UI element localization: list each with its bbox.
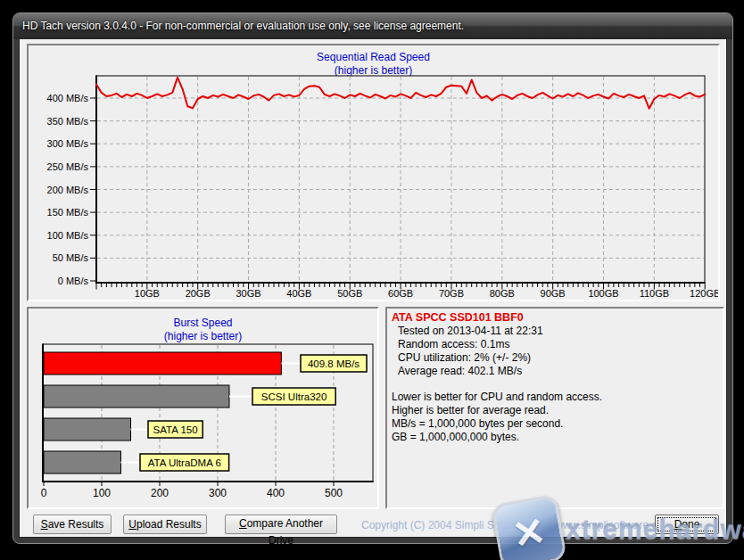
window-titlebar[interactable]: HD Tach version 3.0.4.0 - For non-commer… [13, 13, 732, 39]
svg-text:300 MB/s: 300 MB/s [47, 138, 89, 149]
svg-text:250 MB/s: 250 MB/s [47, 161, 89, 172]
svg-text:SCSI Ultra320: SCSI Ultra320 [261, 391, 327, 402]
svg-text:30GB: 30GB [236, 288, 260, 299]
chart-notes: Lower is better for CPU and random acces… [392, 391, 718, 444]
window-title: HD Tach version 3.0.4.0 - For non-commer… [22, 20, 464, 32]
svg-text:120GB: 120GB [690, 288, 718, 299]
svg-text:ATA UltraDMA 6: ATA UltraDMA 6 [148, 457, 221, 468]
svg-text:60GB: 60GB [388, 288, 413, 299]
svg-text:20GB: 20GB [186, 288, 211, 299]
xtremehardware-logo-icon: ✕ [491, 494, 567, 560]
save-results-button[interactable]: Save Results [33, 515, 112, 534]
text-line: CPU utilization: 2% (+/- 2%) [398, 351, 718, 365]
svg-text:10GB: 10GB [135, 288, 160, 299]
svg-text:200 MB/s: 200 MB/s [47, 185, 89, 195]
svg-text:100 MB/s: 100 MB/s [47, 230, 89, 241]
svg-text:50GB: 50GB [337, 288, 362, 299]
upload-results-button[interactable]: Upload Results [123, 515, 207, 534]
sequential-read-chart: 0 MB/s50 MB/s100 MB/s150 MB/s200 MB/s250… [29, 45, 718, 300]
desktop-background: { "window": { "title": "HD Tach version … [0, 0, 744, 560]
text-line: Lower is better for CPU and random acces… [392, 391, 718, 404]
text-line: GB = 1,000,000,000 bytes. [392, 431, 718, 444]
drive-info-panel: ATA SPCC SSD101 BBF0 Tested on 2013-04-1… [385, 307, 724, 509]
svg-text:350 MB/s: 350 MB/s [47, 116, 89, 127]
svg-text:100: 100 [93, 487, 111, 499]
watermark-text: xtremehardware.com [566, 515, 744, 545]
upload-mnemonic: U [128, 518, 136, 531]
svg-text:110GB: 110GB [640, 288, 669, 299]
svg-text:409.8 MB/s: 409.8 MB/s [308, 358, 360, 369]
text-line: Tested on 2013-04-11 at 22:31 [398, 325, 718, 338]
drive-name: ATA SPCC SSD101 BBF0 [392, 310, 718, 325]
svg-text:90GB: 90GB [541, 288, 566, 299]
svg-text:400 MB/s: 400 MB/s [47, 93, 89, 103]
svg-text:0: 0 [41, 487, 47, 499]
svg-text:70GB: 70GB [439, 288, 464, 299]
save-label: ave Results [48, 518, 104, 531]
compare-label: ompare Another Drive [247, 517, 323, 547]
svg-text:400: 400 [267, 487, 285, 499]
sequential-read-panel: Sequential Read Speed (higher is better)… [27, 44, 720, 301]
burst-speed-chart: 0100200300400500409.8 MB/sSCSI Ultra320S… [29, 309, 377, 507]
svg-text:40GB: 40GB [286, 288, 311, 299]
x-cross-icon: ✕ [494, 498, 565, 560]
svg-text:0 MB/s: 0 MB/s [58, 276, 89, 286]
text-line: Random access: 0.1ms [398, 338, 718, 351]
svg-text:SATA 150: SATA 150 [153, 424, 198, 435]
compare-another-drive-button[interactable]: Compare Another Drive [225, 515, 337, 534]
text-line: MB/s = 1,000,000 bytes per second. [392, 417, 718, 431]
text-line: Average read: 402.1 MB/s [398, 365, 718, 378]
svg-text:200: 200 [151, 487, 169, 499]
svg-text:100GB: 100GB [588, 288, 618, 299]
save-mnemonic: S [41, 518, 48, 531]
window-client-area: Sequential Read Speed (higher is better)… [20, 39, 726, 537]
upload-label: pload Results [136, 518, 202, 531]
hdtach-window: HD Tach version 3.0.4.0 - For non-commer… [12, 12, 733, 544]
svg-text:50 MB/s: 50 MB/s [53, 252, 89, 263]
burst-speed-panel: Burst Speed (higher is better) 010020030… [27, 307, 379, 509]
svg-text:300: 300 [209, 487, 227, 499]
text-line: Higher is better for average read. [392, 404, 718, 417]
drive-details: Tested on 2013-04-11 at 22:31Random acce… [392, 325, 718, 378]
svg-text:500: 500 [325, 487, 343, 499]
compare-mnemonic: C [239, 517, 247, 530]
svg-text:150 MB/s: 150 MB/s [47, 207, 89, 218]
svg-text:80GB: 80GB [490, 288, 515, 299]
